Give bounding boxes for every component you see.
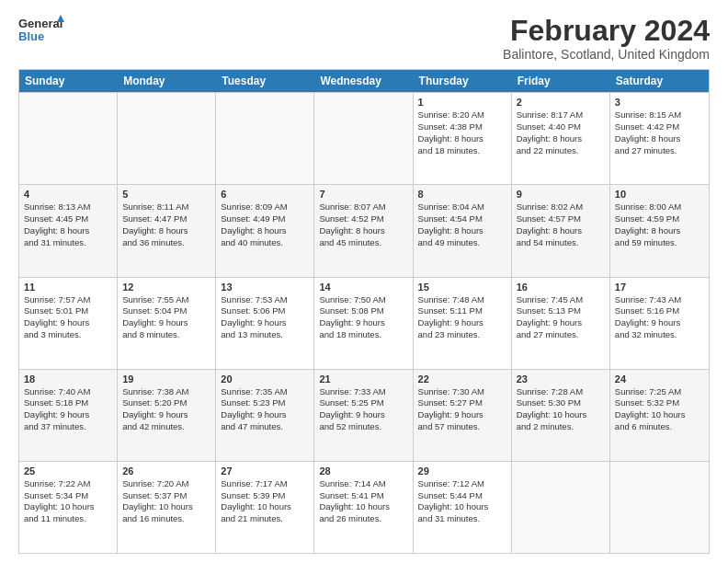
day-info-line: Daylight: 8 hours	[517, 133, 605, 145]
day-info-line: Daylight: 10 hours	[319, 501, 407, 513]
header-day-sunday: Sunday	[19, 70, 118, 92]
day-info-line: Sunset: 4:42 PM	[615, 121, 704, 133]
day-info-line: Sunrise: 8:15 AM	[615, 109, 704, 121]
day-info-line: Sunset: 4:40 PM	[517, 121, 605, 133]
cal-empty-cell	[216, 93, 314, 184]
day-info-line: Sunrise: 7:48 AM	[418, 294, 506, 306]
day-info-line: Sunset: 4:38 PM	[418, 121, 506, 133]
day-info-line: and 3 minutes.	[24, 329, 112, 341]
day-number: 16	[517, 282, 605, 293]
day-info-line: Sunset: 4:52 PM	[319, 213, 407, 225]
day-number: 20	[221, 373, 309, 385]
day-info-line: Sunset: 4:59 PM	[615, 213, 704, 225]
day-info-line: Sunset: 4:54 PM	[418, 213, 506, 225]
day-number: 5	[122, 189, 210, 200]
day-info-line: Sunset: 5:04 PM	[122, 305, 210, 317]
day-info-line: Daylight: 8 hours	[418, 225, 506, 237]
day-info-line: Sunrise: 8:11 AM	[122, 201, 210, 213]
day-info-line: Sunrise: 7:35 AM	[221, 386, 309, 398]
svg-text:Blue: Blue	[18, 29, 44, 43]
day-info-line: Sunrise: 8:17 AM	[517, 109, 605, 121]
title-block: February 2024 Balintore, Scotland, Unite…	[503, 15, 710, 62]
day-info-line: Daylight: 10 hours	[221, 501, 309, 513]
cal-day-26: 26Sunrise: 7:20 AMSunset: 5:37 PMDayligh…	[118, 462, 216, 553]
day-info-line: Sunrise: 7:22 AM	[24, 478, 112, 490]
day-info-line: and 32 minutes.	[615, 329, 704, 341]
day-info-line: Sunrise: 8:09 AM	[221, 201, 309, 213]
day-number: 17	[615, 282, 704, 293]
day-info-line: and 26 minutes.	[319, 513, 407, 525]
day-info-line: and 54 minutes.	[517, 237, 605, 249]
day-info-line: Sunset: 5:01 PM	[24, 305, 112, 317]
day-info-line: Daylight: 10 hours	[418, 501, 506, 513]
day-info-line: Sunrise: 7:45 AM	[517, 294, 605, 306]
day-info-line: Sunset: 4:49 PM	[221, 213, 309, 225]
day-info-line: and 18 minutes.	[418, 145, 506, 157]
day-info-line: Sunset: 4:45 PM	[24, 213, 112, 225]
day-info-line: Daylight: 9 hours	[418, 317, 506, 329]
day-info-line: Sunset: 5:44 PM	[418, 490, 506, 502]
day-info-line: Sunrise: 8:13 AM	[24, 201, 112, 213]
day-info-line: Daylight: 9 hours	[319, 317, 407, 329]
calendar-header: SundayMondayTuesdayWednesdayThursdayFrid…	[19, 70, 709, 92]
day-number: 7	[319, 189, 407, 200]
cal-day-1: 1Sunrise: 8:20 AMSunset: 4:38 PMDaylight…	[414, 93, 512, 184]
day-number: 26	[122, 465, 210, 477]
cal-day-21: 21Sunrise: 7:33 AMSunset: 5:25 PMDayligh…	[314, 370, 413, 461]
cal-day-11: 11Sunrise: 7:57 AMSunset: 5:01 PMDayligh…	[19, 278, 118, 369]
header-day-tuesday: Tuesday	[216, 70, 314, 92]
day-number: 14	[319, 282, 407, 293]
day-info-line: Daylight: 9 hours	[24, 409, 112, 421]
day-info-line: and 27 minutes.	[517, 329, 605, 341]
day-info-line: and 21 minutes.	[221, 513, 309, 525]
header-day-thursday: Thursday	[414, 70, 512, 92]
day-info-line: and 31 minutes.	[418, 513, 506, 525]
day-number: 4	[24, 189, 112, 200]
day-info-line: Sunset: 5:13 PM	[517, 305, 605, 317]
cal-empty-cell	[19, 93, 118, 184]
cal-day-5: 5Sunrise: 8:11 AMSunset: 4:47 PMDaylight…	[118, 185, 216, 276]
day-info-line: Sunset: 5:16 PM	[615, 305, 704, 317]
day-number: 12	[122, 282, 210, 293]
day-info-line: Daylight: 8 hours	[24, 225, 112, 237]
day-info-line: Sunrise: 8:04 AM	[418, 201, 506, 213]
day-number: 21	[319, 373, 407, 385]
calendar: SundayMondayTuesdayWednesdayThursdayFrid…	[18, 69, 710, 554]
day-number: 8	[418, 189, 506, 200]
header-day-monday: Monday	[118, 70, 216, 92]
day-info-line: Sunset: 5:37 PM	[122, 490, 210, 502]
cal-day-22: 22Sunrise: 7:30 AMSunset: 5:27 PMDayligh…	[414, 370, 512, 461]
day-info-line: Sunrise: 8:00 AM	[615, 201, 704, 213]
day-info-line: and 57 minutes.	[418, 421, 506, 433]
cal-day-19: 19Sunrise: 7:38 AMSunset: 5:20 PMDayligh…	[118, 370, 216, 461]
day-info-line: Sunset: 4:57 PM	[517, 213, 605, 225]
location-title: Balintore, Scotland, United Kingdom	[503, 47, 710, 62]
cal-day-17: 17Sunrise: 7:43 AMSunset: 5:16 PMDayligh…	[610, 278, 709, 369]
calendar-week-2: 4Sunrise: 8:13 AMSunset: 4:45 PMDaylight…	[19, 184, 709, 276]
day-info-line: Sunrise: 7:28 AM	[517, 386, 605, 398]
day-number: 10	[615, 189, 704, 200]
cal-day-29: 29Sunrise: 7:12 AMSunset: 5:44 PMDayligh…	[414, 462, 512, 553]
day-info-line: and 36 minutes.	[122, 237, 210, 249]
svg-text:General: General	[18, 17, 63, 30]
cal-day-28: 28Sunrise: 7:14 AMSunset: 5:41 PMDayligh…	[314, 462, 413, 553]
cal-day-15: 15Sunrise: 7:48 AMSunset: 5:11 PMDayligh…	[414, 278, 512, 369]
cal-day-13: 13Sunrise: 7:53 AMSunset: 5:06 PMDayligh…	[216, 278, 314, 369]
cal-day-23: 23Sunrise: 7:28 AMSunset: 5:30 PMDayligh…	[512, 370, 610, 461]
day-number: 9	[517, 189, 605, 200]
day-info-line: Sunrise: 7:12 AM	[418, 478, 506, 490]
day-info-line: and 31 minutes.	[24, 237, 112, 249]
day-info-line: Daylight: 8 hours	[319, 225, 407, 237]
day-info-line: Sunrise: 7:17 AM	[221, 478, 309, 490]
day-info-line: Daylight: 9 hours	[24, 317, 112, 329]
day-info-line: and 16 minutes.	[122, 513, 210, 525]
cal-day-9: 9Sunrise: 8:02 AMSunset: 4:57 PMDaylight…	[512, 185, 610, 276]
day-info-line: Sunset: 4:47 PM	[122, 213, 210, 225]
day-info-line: Sunset: 5:41 PM	[319, 490, 407, 502]
day-info-line: and 40 minutes.	[221, 237, 309, 249]
day-info-line: Sunset: 5:30 PM	[517, 397, 605, 409]
day-info-line: and 52 minutes.	[319, 421, 407, 433]
day-info-line: Sunrise: 7:33 AM	[319, 386, 407, 398]
day-info-line: Sunrise: 7:38 AM	[122, 386, 210, 398]
day-info-line: Daylight: 10 hours	[615, 409, 704, 421]
